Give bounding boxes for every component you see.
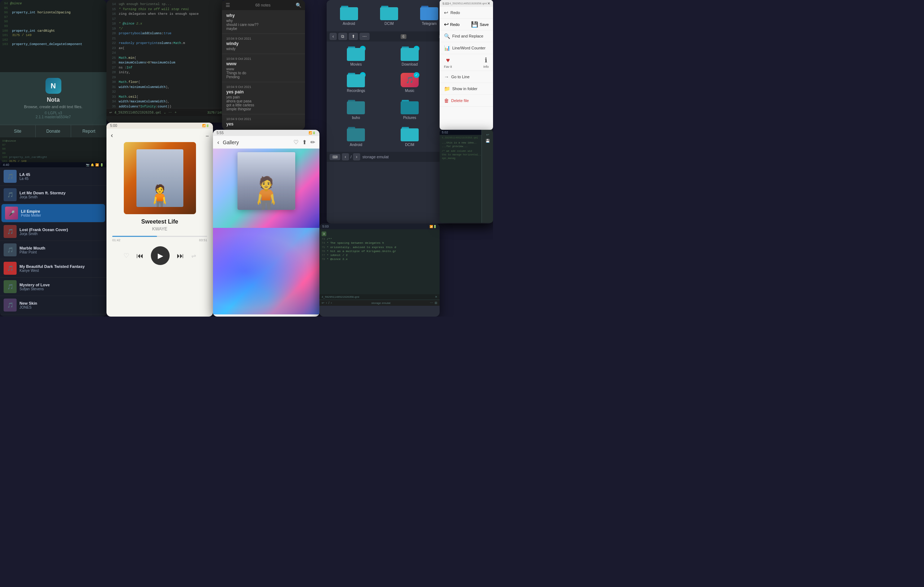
ctx-find-replace[interactable]: 🔍 Find and Replace (440, 30, 493, 42)
nota-app-panel: 94@since 95 96 property_int horizontalSp… (0, 0, 106, 162)
player-track-artist: KWAYE (106, 227, 213, 232)
ctx-show-in-folder[interactable]: 📁 Show in folder (440, 83, 493, 95)
gallery-panel: 5:55 📶🔋 ‹ Gallery ♡ ⬆ ✏ 🧍 (213, 130, 319, 317)
music-track-marble[interactable]: 🎵 Marble Mouth Pillar Point (0, 241, 106, 259)
player-current-time: 01:42 (112, 238, 120, 242)
fm-more-button[interactable]: ⋯ (360, 33, 370, 40)
player-heart-button[interactable]: ♡ (124, 252, 129, 260)
notes-menu-icon[interactable]: ☰ (226, 2, 230, 8)
file-manager-bottom-panel: 5:03 📶🔋 3 73 /** 74 * The spacing betwee… (319, 224, 440, 317)
player-header: ‹ – (106, 129, 213, 142)
fm-folder-dcim[interactable]: DCIM (370, 3, 408, 28)
fm2-grid[interactable]: ⊞ (435, 301, 437, 305)
player-prev-button[interactable]: ⏮ (137, 252, 144, 260)
player-back-button[interactable]: ‹ (111, 132, 113, 139)
gallery-heart-button[interactable]: ♡ (294, 139, 299, 146)
ctx-delete-file[interactable]: 🗑 Delete file (440, 95, 493, 107)
fm-copy-button[interactable]: ⧉ (338, 33, 347, 40)
notes-count: 68 notes (255, 3, 271, 7)
track-thumb-kanye: 🎵 (3, 262, 16, 275)
ctx-save-button[interactable]: 💾 Save (471, 21, 489, 28)
nota2-undo-icon[interactable]: ↩ (486, 133, 489, 136)
nota-report-button[interactable]: Report (71, 125, 106, 137)
code-plus-icon[interactable]: ＋ (174, 110, 177, 115)
notes-search-icon[interactable]: 🔍 (295, 3, 301, 8)
notes-header-icons: 🔍 (295, 3, 301, 8)
fm-folder-android[interactable]: Android (330, 3, 368, 28)
player-album-art: 🧍 (124, 142, 196, 214)
music-track-letmedown[interactable]: 🎵 Let Me Down ft. Stormzy Jorja Smith (0, 186, 106, 204)
gallery-action-buttons: ♡ ⬆ ✏ (294, 139, 315, 146)
fm2-filename-bar: 4_592951146521926358.qml ✕ (319, 294, 440, 299)
nota-donate-button[interactable]: Donate (36, 125, 71, 137)
gallery-back-button[interactable]: ‹ (217, 139, 219, 146)
music-track-newskin[interactable]: 🎵 New Skin JONES (0, 296, 106, 314)
ctx-redo-item[interactable]: ↩ Redo (440, 7, 493, 19)
notes-item-yes-pain[interactable]: 10:04 9 Oct 2021 yes pain yes painahora … (222, 82, 305, 114)
code-undo-icon[interactable]: ↩ (109, 111, 112, 114)
fm-keyboard-button[interactable]: ⌨ (330, 154, 340, 160)
player-next-button[interactable]: ⏭ (177, 252, 184, 260)
music-status-bar: 4:40 📷🔔📶🔋 (0, 162, 106, 167)
gallery-edit-button[interactable]: ✏ (310, 139, 315, 146)
music-time: 4:40 (3, 163, 9, 166)
notes-item-why[interactable]: why whyshould i care now??maybe (222, 10, 305, 34)
music-track-lost[interactable]: 🎵 Lost (Frank Ocean Cover) Jorja Smith (0, 222, 106, 241)
player-shuffle-button[interactable]: ⇌ (191, 252, 196, 259)
nota-info-box: N Nota Browse, create and edit text file… (0, 72, 106, 125)
music-track-la45[interactable]: 🎵 LA 45 La 45 (0, 167, 106, 186)
show-folder-icon: 📁 (444, 86, 450, 92)
fm2-undo[interactable]: ↩ (322, 301, 325, 305)
fm2-close-button[interactable]: ✕ (435, 295, 437, 299)
fm2-forward[interactable]: › (331, 301, 332, 305)
ctx-info-button[interactable]: ℹ Info (483, 56, 489, 69)
track-thumb-lost: 🎵 (3, 225, 16, 238)
notes-item-www[interactable]: 10:04 9 Oct 2021 www wwwThings to doPend… (222, 54, 305, 82)
ctx-close[interactable]: ✕ (487, 2, 490, 5)
nota2-panel: 5:02 📶🔋 4_592951146521926358.qml ...this… (440, 130, 493, 223)
fm-folder-dcim2[interactable]: DCIM (383, 124, 436, 150)
fm-folder-music[interactable]: ✓ 🎵 Music (383, 70, 436, 95)
ctx-redo-button[interactable]: ↩ Redo (444, 21, 459, 28)
code-more-icon[interactable]: ⋯ (168, 111, 172, 114)
player-menu-icon[interactable]: – (206, 133, 209, 138)
fm2-more[interactable]: ⋯ (430, 301, 433, 305)
player-progress-bar[interactable]: 01:42 03:51 (112, 236, 207, 242)
ctx-goto-line[interactable]: → Go to Line (440, 71, 493, 83)
nota2-save-icon[interactable]: 💾 (485, 139, 490, 143)
player-play-button[interactable]: ▶ (151, 246, 170, 265)
fm-check-music: ✓ (414, 72, 419, 78)
fm-share-button[interactable]: ⬆ (349, 33, 358, 40)
gallery-share-button[interactable]: ⬆ (302, 139, 307, 146)
music-track-lilempire[interactable]: 🎤 Lil Empire Petite Meller (2, 204, 105, 222)
nota2-sidebar-panel: ↩ 💾 (482, 130, 493, 223)
nota-version: 2.1.1 master/a6504e7 (6, 115, 101, 119)
ctx-time: 5:03 (442, 2, 449, 5)
fm2-back[interactable]: ‹ (326, 301, 327, 305)
notes-item-windy[interactable]: 10:04 9 Oct 2021 windy windy (222, 34, 305, 54)
redo2-icon: ↩ (444, 21, 449, 28)
music-track-mystery[interactable]: 🎵 Mystery of Love Sufjan Stevens (0, 278, 106, 296)
nota-site-button[interactable]: Site (0, 125, 36, 137)
music-track-kanye[interactable]: 🎵 My Beautiful Dark Twisted Fantasy Kany… (0, 259, 106, 278)
fm-folder-download[interactable]: ✓ Download (383, 44, 436, 69)
track-thumb-lilempire: 🎤 (5, 207, 18, 220)
track-thumb-la45: 🎵 (3, 170, 16, 183)
fm-folder-pictures[interactable]: Pictures (383, 97, 436, 123)
fm-folder-movies[interactable]: ✓ Movies (330, 44, 383, 69)
code-dropdown-icon[interactable]: ⌄ (163, 111, 167, 114)
fm-back2-button[interactable]: ‹ (342, 153, 349, 160)
fm-folder-buho[interactable]: buho (330, 97, 383, 123)
fm-folder-android2[interactable]: Android (330, 124, 383, 150)
ctx-line-counter[interactable]: 📊 Line/Word Counter (440, 42, 493, 54)
ctx-fav-button[interactable]: ♥ Fav it (444, 57, 452, 69)
notes-item-yes[interactable]: 10:04 9 Oct 2021 yes (222, 114, 305, 130)
fm2-code-content: 3 73 /** 74 * The spacing between delega… (319, 229, 440, 294)
fm-back-button[interactable]: ‹ (330, 33, 337, 40)
find-replace-icon: 🔍 (444, 33, 450, 39)
player-controls: ♡ ⏮ ▶ ⏭ ⇌ (106, 242, 213, 269)
fm-folder-recordings[interactable]: ✓ Recordings (330, 70, 383, 95)
fm-forward2-button[interactable]: › (353, 153, 360, 160)
fm-badge-count: 6 (401, 34, 406, 39)
fm2-path: storage emulat (333, 301, 429, 305)
